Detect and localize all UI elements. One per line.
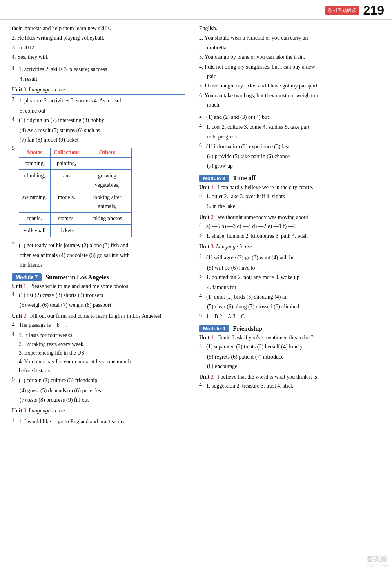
unit-sub-label: Unit 2 (199, 374, 215, 380)
main-content: their interests and help them learn new … (0, 20, 392, 572)
hobby-table: Sports Collections Others camping,painti… (19, 148, 132, 237)
table-cell: models, (50, 191, 83, 213)
table-cell: camping, (19, 158, 51, 170)
num-content: 1. pleasure 2. activities 3. success 4. … (19, 97, 185, 105)
unit2-m8-header: Unit 2 We thought somebody was moving ab… (199, 214, 384, 220)
numbered-item: 4 1. cost 2. culture 3. come 4. studies … (199, 123, 384, 131)
m8u2-content: 4 a) —5 b) —3 c) —4 d) —2 e) —1 f) —6 5 … (199, 222, 384, 241)
list-item: umbrella. (199, 44, 384, 52)
num-label: 4 (199, 382, 206, 388)
num-label: 2 (199, 253, 206, 260)
num-content: (1) list (2) crazy (3) shorts (4) trouse… (19, 291, 185, 300)
page-header: 教材习题解读 219 (0, 0, 392, 20)
numbered-item: 4 1. activities 2. skills 3. pleasure; s… (12, 65, 185, 74)
num-label: 4 (199, 342, 206, 349)
right-q2: 2 (1) and (2) and (3) or (4) but 4 1. co… (199, 113, 384, 171)
numbered-item: 2 (1) will agree (2) go (3) want (4) wil… (199, 253, 384, 262)
unit2-m9-header: Unit 2 I believe that the world is what … (199, 374, 384, 380)
num-label: 4 (12, 331, 19, 337)
unit-title: Language in use (29, 408, 65, 414)
num-content: (1) certain (2) culture (3) friendship (19, 376, 185, 385)
table-header-collections: Collections (50, 148, 83, 158)
num-label: 5 (199, 232, 206, 238)
unit-title: Language in use (29, 87, 65, 93)
right-column: English. 2. You should wear a raincoat o… (192, 20, 392, 572)
r-q4b: in 6. progress (199, 133, 384, 141)
page-number: 219 (363, 3, 384, 18)
num-label: 1 (12, 417, 19, 424)
num-content: (1) information (2) experience (3) last (206, 142, 384, 151)
unit-sub-label: Unit 2 (12, 313, 27, 319)
right-intro: English. 2. You should wear a raincoat o… (199, 24, 384, 110)
list-item: English. (199, 24, 384, 33)
watermark: 答案圈 MXQE.COM (366, 554, 388, 568)
list-item: much. (199, 101, 384, 109)
num-label: 6 (199, 312, 206, 319)
watermark-url: MXQE.COM (366, 564, 388, 568)
header-badge: 教材习题解读 (325, 6, 359, 15)
r-q6b: (4) provide (5) take part in (6) chance (199, 152, 384, 161)
unit3-m7-header: Unit 3 Language in use (12, 408, 185, 415)
list-item: before it starts. (19, 366, 185, 375)
table-cell: looking after animals, (83, 191, 131, 213)
list-item: 3. You can go by plane or you can take t… (199, 53, 384, 62)
list-item: 4. You must pay for your course at least… (19, 357, 185, 366)
m9u1-content: 4 (1) separated (2) treats (3) herself (… (199, 342, 384, 371)
num-content: 1. suggestion 2. treasure 3. trust 4. st… (206, 382, 384, 390)
item-4b: 4. result (12, 75, 185, 84)
num-content: (1) separated (2) treats (3) herself (4)… (206, 342, 384, 351)
module9-badge: Module 9 (199, 325, 229, 332)
q4c: (7) fan (8) model (9) ticket (12, 136, 185, 144)
module7-header: Module 7 Summer in Los Angeles (12, 273, 185, 281)
watermark-logo: 答案圈 (367, 554, 388, 564)
table-cell: stamps, (50, 213, 83, 225)
module8-title: Time off (233, 175, 256, 182)
num-label: 5 (12, 145, 19, 151)
left-column: their interests and help them learn new … (0, 20, 192, 572)
list-item: 4. I did not bring my sunglasses, but I … (199, 63, 384, 71)
num-label: 4 (199, 123, 206, 129)
numbered-item: 4 a) —5 b) —3 c) —4 d) —2 e) —1 f) —6 (199, 222, 384, 231)
table-header-sports: Sports (19, 148, 51, 158)
num-label: 4 (199, 222, 206, 228)
numbered-item: 5 (1) certain (2) culture (3) friendship (12, 376, 185, 385)
num-content: 1. cost 2. culture 3. come 4. studies 5.… (206, 123, 384, 131)
unit-sub-label: Unit 1 (199, 184, 215, 190)
m8u3q4b: (5) clear (6) along (7) crossed (8) clim… (199, 302, 384, 311)
numbered-item: 4 (1) quiet (2) birds (3) shouting (4) a… (199, 293, 384, 301)
item-4-block: 4 1. activities 2. skills 3. pleasure; s… (12, 65, 185, 84)
m7u2q5b: (4) guest (5) depends on (6) provides (12, 386, 185, 395)
num-label: 4 (199, 293, 206, 299)
table-header-others: Others (83, 148, 131, 158)
num-content: (1) get ready for his journey (2) alone … (19, 241, 185, 250)
table-cell (83, 225, 131, 237)
unit-sub-title: Fill out our form and come to learn Engl… (30, 313, 162, 319)
numbered-item: 4 1. It lasts for four weeks. 2. By taki… (12, 331, 185, 375)
m7u2-content: 2 The passage is b . 4 1. It lasts for f… (12, 321, 185, 405)
table-cell (83, 158, 131, 170)
numbered-item: 1 1. I would like to go to England and p… (12, 417, 185, 426)
num-label: 4 (12, 65, 19, 71)
num-label: 2 (12, 321, 19, 327)
m8u3-content: 2 (1) will agree (2) go (3) want (4) wil… (199, 253, 384, 321)
list-item: pair. (199, 72, 384, 81)
table-cell: climbing, (19, 170, 51, 191)
list-item: 2. You should wear a raincoat or you can… (199, 34, 384, 42)
page-container: 教材习题解读 219 their interests and help them… (0, 0, 392, 572)
numbered-item: 5 Sports Collections Others c (12, 145, 185, 240)
m7u2q5c: (7) tests (8) progress (9) fill out (12, 396, 185, 404)
num-content: 1. pointed out 2. not; any more 3. woke … (206, 273, 384, 282)
num-label: 4 (12, 291, 19, 297)
num-content: (1) will agree (2) go (3) want (4) will … (206, 253, 384, 262)
list-item: 2. By taking tests every week. (19, 340, 185, 349)
m8u3q2b: (5) will be (6) have to (199, 264, 384, 272)
q4b: (4) As a result (5) stamps (6) such as (12, 126, 185, 135)
num-content: 1. quiet 2. lake 3. over half 4. sights (206, 192, 384, 201)
table-cell: tennis, (19, 213, 51, 225)
unit1-m8-header: Unit 1 I can hardly believe we're in the… (199, 184, 384, 191)
numbered-item: 6 1—B 2—A 3—C (199, 312, 384, 321)
numbered-item: 6 (1) information (2) experience (3) las… (199, 142, 384, 151)
num-content: The passage is b . (19, 321, 185, 330)
table-cell: growing vegetables, (83, 170, 131, 191)
num-content: (1) quiet (2) birds (3) shouting (4) air (206, 293, 384, 301)
